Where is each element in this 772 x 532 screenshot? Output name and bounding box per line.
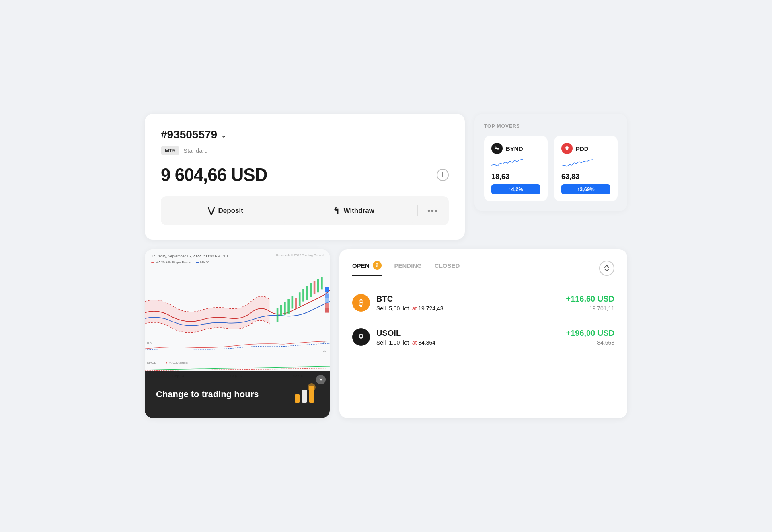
deposit-icon: ⋁ (208, 206, 214, 216)
main-container: #93505579 ⌄ MT5 Standard 9 604,66 USD i … (145, 114, 627, 418)
chart-area: Thursday, September 15, 2022 7:30:02 PM … (145, 249, 330, 378)
svg-rect-8 (295, 298, 297, 309)
tabs-row: OPEN 2 PENDING CLOSED (352, 261, 614, 276)
top-movers-title: TOP MOVERS (484, 123, 618, 129)
legend-ma50-label: MA 50 (200, 261, 209, 264)
bynd-chart (491, 157, 524, 169)
chart-icon (292, 382, 317, 407)
action-buttons: ⋁ Deposit ↰ Withdraw ••• (161, 196, 449, 225)
svg-rect-4 (280, 305, 282, 316)
svg-rect-20 (325, 308, 329, 312)
open-badge: 2 (373, 261, 382, 270)
svg-text:●: ● (166, 361, 168, 364)
chart-card: Thursday, September 15, 2022 7:30:02 PM … (145, 249, 330, 418)
account-id-row: #93505579 ⌄ (161, 128, 449, 141)
account-card: #93505579 ⌄ MT5 Standard 9 604,66 USD i … (145, 114, 465, 240)
trade-item-usoil[interactable]: USOIL Sell 1,00 lot at 84,864 +196,00 US… (352, 320, 614, 354)
svg-rect-16 (325, 287, 329, 292)
usoil-details: Sell 1,00 lot at 84,864 (376, 339, 559, 346)
svg-rect-32 (295, 394, 300, 403)
chart-copyright: Research © 2022 Trading Central (276, 253, 324, 257)
more-options-button[interactable]: ••• (419, 199, 446, 223)
mover-header-pdd: PDD (561, 143, 610, 154)
bynd-name: BYND (506, 145, 523, 152)
usoil-info: USOIL Sell 1,00 lot at 84,864 (376, 329, 559, 346)
button-divider (290, 205, 290, 216)
platform-badge: MT5 (161, 146, 179, 155)
legend-ma20-label: MA 20 + Bollinger Bands (156, 261, 191, 264)
main-chart-svg: RSI 70 32 MACD ● MACD Signal Sep 14 Sep … (145, 265, 330, 378)
top-row: #93505579 ⌄ MT5 Standard 9 604,66 USD i … (145, 114, 627, 240)
svg-rect-18 (325, 298, 329, 303)
account-dropdown-icon[interactable]: ⌄ (220, 130, 227, 140)
mover-item-bynd[interactable]: BYND 18,63 ↑4,2% (484, 136, 548, 201)
sort-button[interactable] (599, 261, 614, 276)
notification-icon-area (290, 380, 318, 409)
svg-rect-13 (314, 281, 316, 294)
account-badges: MT5 Standard (161, 146, 449, 155)
svg-rect-15 (321, 277, 323, 289)
svg-text:MACD Signal: MACD Signal (169, 361, 189, 364)
sort-icon (603, 265, 610, 272)
withdraw-button[interactable]: ↰ Withdraw (292, 199, 416, 223)
close-notification-button[interactable]: ✕ (316, 375, 326, 384)
svg-rect-17 (325, 293, 329, 298)
mover-item-pdd[interactable]: PDD 63,83 ↑3,69% (554, 136, 618, 201)
bynd-change: ↑4,2% (491, 184, 540, 194)
btc-symbol: BTC (376, 294, 559, 304)
svg-point-35 (308, 383, 316, 391)
withdraw-icon: ↰ (333, 206, 340, 216)
usoil-current-price: 84,668 (566, 339, 614, 346)
svg-rect-9 (299, 292, 301, 306)
svg-rect-3 (277, 308, 279, 322)
balance-amount: 9 604,66 USD (161, 165, 267, 185)
notification-overlay: Change to trading hours ✕ (145, 371, 330, 418)
pdd-chart (561, 157, 593, 169)
svg-point-37 (360, 335, 362, 337)
btc-right: +116,60 USD 19 701,11 (566, 294, 614, 312)
pdd-change: ↑3,69% (561, 184, 610, 194)
chart-timestamp: Thursday, September 15, 2022 7:30:02 PM … (151, 254, 228, 258)
trades-card: OPEN 2 PENDING CLOSED ₿ (339, 249, 627, 418)
bottom-row: Thursday, September 15, 2022 7:30:02 PM … (145, 249, 627, 418)
svg-rect-11 (306, 286, 308, 300)
chart-legend: MA 20 + Bollinger Bands MA 50 (151, 261, 209, 264)
btc-logo: ₿ (352, 294, 370, 312)
svg-rect-7 (292, 296, 294, 308)
svg-rect-19 (325, 303, 329, 308)
svg-text:70: 70 (323, 340, 327, 344)
bynd-price: 18,63 (491, 173, 540, 181)
btc-details: Sell 5,00 lot at 19 724,43 (376, 305, 559, 312)
svg-text:MACD: MACD (147, 361, 157, 364)
usoil-right: +196,00 USD 84,668 (566, 329, 614, 346)
pdd-logo (561, 143, 573, 154)
pdd-price: 63,83 (561, 173, 610, 181)
usoil-logo (352, 328, 370, 346)
usoil-pnl: +196,00 USD (566, 329, 614, 338)
notification-text: Change to trading hours (156, 389, 259, 401)
btc-current-price: 19 701,11 (566, 305, 614, 312)
btc-info: BTC Sell 5,00 lot at 19 724,43 (376, 294, 559, 312)
button-divider-2 (417, 205, 418, 216)
mover-header: BYND (491, 143, 540, 154)
info-icon[interactable]: i (437, 169, 449, 181)
balance-row: 9 604,66 USD i (161, 165, 449, 185)
svg-rect-14 (317, 279, 319, 293)
tab-closed[interactable]: CLOSED (435, 262, 460, 275)
account-type-badge: Standard (183, 147, 208, 154)
deposit-button[interactable]: ⋁ Deposit (163, 199, 288, 223)
svg-rect-10 (302, 289, 304, 301)
bynd-logo (491, 143, 503, 154)
legend-ma50: MA 50 (196, 261, 209, 264)
legend-ma20: MA 20 + Bollinger Bands (151, 261, 191, 264)
svg-rect-6 (287, 299, 290, 314)
tab-open[interactable]: OPEN 2 (352, 261, 382, 275)
btc-pnl: +116,60 USD (566, 294, 614, 304)
movers-grid: BYND 18,63 ↑4,2% (484, 136, 618, 201)
tab-pending[interactable]: PENDING (394, 262, 422, 275)
account-id: #93505579 (161, 128, 217, 141)
trade-item-btc[interactable]: ₿ BTC Sell 5,00 lot at 19 724,43 +116,60… (352, 286, 614, 320)
svg-text:32: 32 (323, 349, 327, 353)
usoil-symbol: USOIL (376, 329, 559, 338)
top-movers-card: TOP MOVERS BYND (474, 114, 627, 211)
